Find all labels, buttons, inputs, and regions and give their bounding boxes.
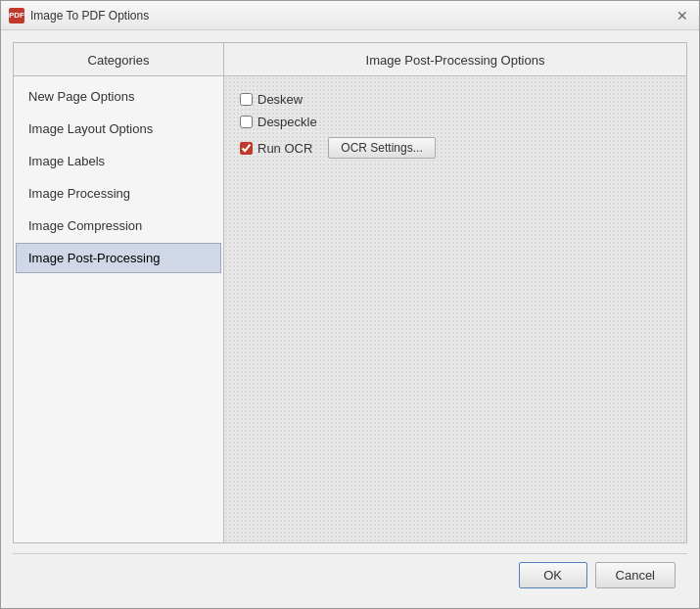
despeckle-checkbox[interactable] <box>240 116 253 128</box>
run-ocr-row: Run OCR OCR Settings... <box>240 137 671 159</box>
sidebar-item-new-page-options[interactable]: New Page Options <box>16 81 221 112</box>
main-panel: Image Post-Processing Options Deskew <box>224 43 686 542</box>
sidebar-header: Categories <box>14 43 223 76</box>
ocr-settings-button[interactable]: OCR Settings... <box>328 137 435 159</box>
window-title: Image To PDF Options <box>30 9 149 23</box>
despeckle-label: Despeckle <box>257 115 317 129</box>
sidebar-item-image-compression[interactable]: Image Compression <box>16 211 221 241</box>
sidebar: Categories New Page Options Image Layout… <box>14 43 224 542</box>
run-ocr-checkbox[interactable] <box>240 142 253 155</box>
sidebar-item-image-post-processing[interactable]: Image Post-Processing <box>16 243 221 273</box>
sidebar-items: New Page Options Image Layout Options Im… <box>14 76 223 278</box>
app-icon: PDF <box>9 8 24 23</box>
titlebar: PDF Image To PDF Options ✕ <box>1 1 699 30</box>
main-content: Deskew Despeckle <box>224 76 686 542</box>
sidebar-item-image-processing[interactable]: Image Processing <box>16 178 221 209</box>
panels: Categories New Page Options Image Layout… <box>13 42 687 543</box>
main-window: PDF Image To PDF Options ✕ Categories Ne… <box>0 0 700 609</box>
despeckle-row: Despeckle <box>240 115 671 129</box>
ok-button[interactable]: OK <box>519 562 587 588</box>
deskew-row: Deskew <box>240 92 671 107</box>
deskew-checkbox[interactable] <box>240 93 253 106</box>
cancel-button[interactable]: Cancel <box>595 562 676 588</box>
run-ocr-checkbox-label[interactable]: Run OCR <box>240 141 312 156</box>
sidebar-item-image-layout-options[interactable]: Image Layout Options <box>16 114 221 144</box>
options-area: Deskew Despeckle <box>240 92 671 159</box>
titlebar-left: PDF Image To PDF Options <box>9 8 149 23</box>
sidebar-item-image-labels[interactable]: Image Labels <box>16 146 221 176</box>
run-ocr-label: Run OCR <box>257 141 312 156</box>
deskew-label: Deskew <box>257 92 303 107</box>
deskew-checkbox-label[interactable]: Deskew <box>240 92 303 107</box>
despeckle-checkbox-label[interactable]: Despeckle <box>240 115 317 129</box>
content-area: Categories New Page Options Image Layout… <box>1 30 699 608</box>
button-bar: OK Cancel <box>13 553 687 596</box>
close-button[interactable]: ✕ <box>674 7 691 24</box>
main-header: Image Post-Processing Options <box>224 43 686 76</box>
